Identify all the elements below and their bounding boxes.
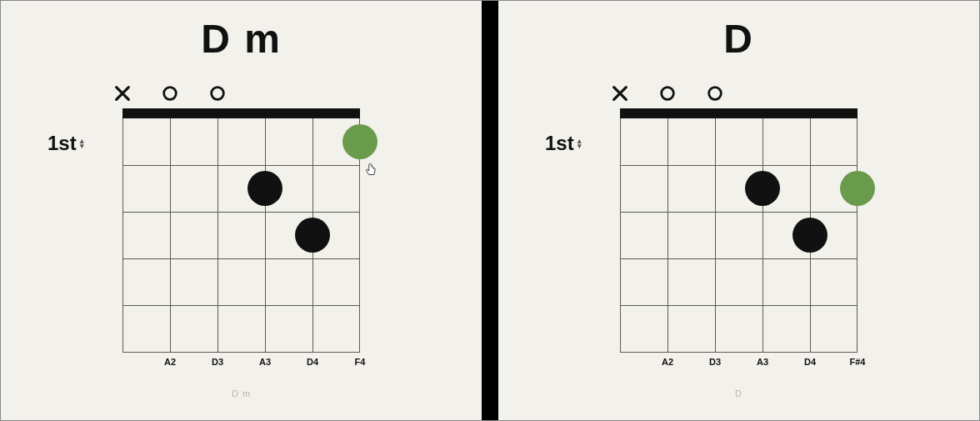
fret-line [620, 305, 858, 306]
note-label: D3 [709, 357, 721, 367]
open-string-icon [161, 84, 179, 103]
fretboard[interactable] [122, 118, 360, 352]
fret-line [620, 352, 858, 353]
note-label: F4 [355, 357, 366, 367]
note-label: A3 [259, 357, 271, 367]
chord-caption: D [735, 388, 742, 398]
chevron-down-icon[interactable]: ▾ [80, 143, 84, 148]
note-label: A3 [757, 357, 768, 367]
chord-caption: D m [232, 388, 251, 398]
fret-line [620, 258, 858, 259]
string-status-row [620, 83, 858, 103]
string-line [265, 118, 266, 352]
finger-dot[interactable] [295, 218, 330, 253]
chevron-down-icon[interactable]: ▾ [578, 143, 582, 148]
note-labels-row: A2 D3 A3 D4 F4 [122, 357, 360, 370]
note-label: F#4 [850, 357, 866, 367]
fret-line [122, 212, 360, 213]
svg-point-2 [662, 88, 674, 100]
chord-panel-d: D 1st ▴ ▾ [498, 1, 979, 420]
nut-bar [122, 108, 360, 118]
fret-line [620, 212, 858, 213]
starting-fret-label: 1st ▴ ▾ [48, 132, 84, 155]
string-line [668, 118, 668, 352]
starting-fret-label: 1st ▴ ▾ [545, 132, 582, 155]
svg-point-1 [212, 88, 224, 100]
mute-icon [611, 84, 629, 103]
fret-number-text: 1st [545, 132, 574, 155]
fretboard-container: 1st ▴ ▾ [122, 108, 360, 370]
fret-line [122, 165, 360, 166]
cursor-hand-icon [363, 163, 378, 178]
string-line [620, 118, 621, 352]
fret-line [122, 258, 360, 259]
chord-name: D [723, 16, 754, 62]
string-line [857, 118, 858, 352]
fret-line [122, 352, 360, 353]
fret-number-text: 1st [48, 132, 77, 155]
open-string-icon [658, 84, 677, 103]
string-line [715, 118, 716, 352]
note-label: D4 [307, 357, 318, 367]
note-label: A2 [164, 357, 176, 367]
fret-line [122, 305, 360, 306]
string-line [762, 118, 763, 352]
fret-stepper[interactable]: ▴ ▾ [578, 138, 582, 148]
string-line [122, 118, 123, 352]
fret-stepper[interactable]: ▴ ▾ [80, 138, 84, 148]
open-string-icon [706, 84, 724, 103]
chord-panel-dm: D m 1st ▴ ▾ [1, 1, 482, 420]
mute-icon [113, 84, 132, 103]
finger-dot[interactable] [792, 218, 828, 253]
svg-point-3 [709, 88, 722, 100]
fret-line [620, 165, 858, 166]
chord-name: D m [201, 16, 282, 62]
string-status-row [122, 83, 360, 103]
finger-dot[interactable] [745, 171, 780, 206]
fretboard[interactable] [620, 118, 858, 352]
finger-dot-root[interactable] [840, 171, 875, 206]
string-line [170, 118, 171, 352]
note-label: D4 [804, 357, 816, 367]
open-string-icon [208, 84, 227, 103]
finger-dot[interactable] [248, 171, 282, 206]
string-line [218, 118, 218, 352]
note-labels-row: A2 D3 A3 D4 F#4 [620, 357, 858, 370]
nut-bar [620, 108, 858, 118]
finger-dot-root[interactable] [342, 124, 378, 159]
note-label: A2 [662, 357, 673, 367]
note-label: D3 [212, 357, 223, 367]
svg-point-0 [164, 88, 177, 100]
fretboard-container: 1st ▴ ▾ A2 D3 [620, 108, 858, 370]
